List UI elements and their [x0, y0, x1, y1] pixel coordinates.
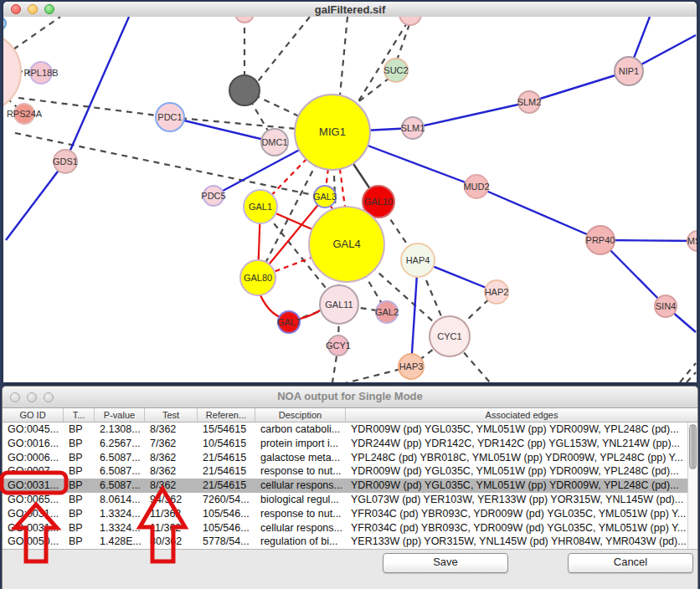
node-label-HAP2: HAP2 — [485, 287, 509, 297]
node-label-GAL4: GAL4 — [332, 238, 360, 250]
cell-edges: YPL248C (pd) YBR018C, YML051W (pp) YDR00… — [346, 451, 697, 465]
cell-reference: 10/54615 — [198, 437, 255, 451]
node-label-GAL3: GAL3 — [313, 192, 337, 202]
cell-test: 94/362 — [145, 493, 198, 507]
graph-edge-dash[interactable] — [680, 363, 696, 382]
node-label-HAP4: HAP4 — [406, 255, 430, 265]
save-button[interactable]: Save — [383, 553, 508, 573]
cell-go_id: GO:0031... — [3, 521, 64, 535]
table-row[interactable]: GO:0031...BP1.3324...11/362105/546...res… — [3, 507, 697, 521]
cell-test: 8/362 — [145, 479, 198, 493]
cell-type: BP — [64, 423, 95, 437]
node-label-MIG1: MIG1 — [319, 125, 346, 138]
noa-window-titlebar[interactable]: NOA output for Single Mode — [3, 387, 697, 408]
cell-go_id: GO:0007... — [3, 464, 64, 479]
cell-test: 11/362 — [145, 521, 198, 535]
cell-edges: YDR009W (pd) YGL035C, YML051W (pp) YDR00… — [346, 479, 697, 493]
node-label-PDC5: PDC5 — [201, 191, 225, 201]
node-label-HAP3: HAP3 — [399, 361, 424, 371]
cell-test: 8/362 — [145, 464, 198, 479]
column-header-test[interactable]: Test — [145, 408, 198, 422]
column-header-description[interactable]: Desciption — [255, 408, 346, 422]
cell-p_value: 1.428E... — [95, 535, 145, 549]
cell-reference: 5778/54... — [198, 535, 255, 549]
graph-window-titlebar[interactable]: galFiltered.sif — [3, 2, 697, 18]
cell-reference: 21/54615 — [198, 451, 255, 465]
table-row[interactable]: GO:0007...BP6.5087...8/36221/54615respon… — [3, 464, 697, 479]
node-blue-sliver-node[interactable] — [3, 18, 6, 29]
node-label-DMC1: DMC1 — [261, 137, 287, 147]
column-header-reference[interactable]: Referen... — [198, 408, 255, 422]
graph-edge-dash[interactable] — [397, 24, 409, 60]
cell-go_id: GO:0006... — [3, 451, 64, 465]
cell-p_value: 2.1308... — [95, 423, 145, 437]
node-label-SLM2: SLM2 — [517, 97, 542, 107]
results-table: GO:0045...BP2.1308...8/36215/54615carbon… — [3, 423, 697, 550]
cell-type: BP — [64, 464, 95, 479]
table-row[interactable]: GO:0065...BP8.0614...94/3627260/54...bio… — [3, 493, 697, 507]
cell-reference: 15/54615 — [198, 423, 255, 437]
network-canvas[interactable]: RPL18BRPS24AGDS1PDC1PDC5MIG1DMC1SUC2SLM1… — [3, 17, 697, 382]
node-gray-node[interactable] — [229, 75, 260, 105]
cell-reference: 7260/54... — [198, 493, 255, 507]
node-label-MUD2: MUD2 — [463, 182, 489, 192]
cell-p_value: 6.5087... — [95, 464, 145, 479]
graph-window-title: galFiltered.sif — [3, 3, 697, 17]
cell-type: BP — [64, 451, 95, 465]
node-label-SIN4: SIN4 — [656, 301, 676, 311]
cell-edges: YDR009W (pd) YGL035C, YML051W (pp) YDR00… — [346, 423, 697, 437]
cell-reference: 21/54615 — [198, 464, 255, 479]
graph-edge-pp[interactable] — [65, 17, 129, 161]
cell-description: cellular respons... — [255, 521, 346, 535]
cell-description: regulation of bi... — [255, 535, 346, 549]
graph-edge-dash[interactable] — [13, 17, 60, 49]
cell-test: 8/362 — [145, 423, 198, 437]
cancel-button[interactable]: Cancel — [568, 553, 693, 573]
cell-description: galactose meta... — [255, 451, 346, 465]
graph-window: galFiltered.sif RPL18BRPS24AGDS1PDC1PDC5… — [3, 2, 697, 382]
cell-go_id: GO:0050... — [3, 535, 64, 549]
table-row[interactable]: GO:0050...BP1.428E...80/3625778/54...reg… — [3, 535, 697, 549]
node-label-GAL2: GAL2 — [375, 307, 399, 317]
graph-edge-pp[interactable] — [170, 117, 275, 142]
graph-edge-pp[interactable] — [413, 102, 529, 128]
table-row[interactable]: GO:0031...BP6.5087...8/36221/54615cellul… — [3, 479, 697, 493]
cell-description: biological regul... — [255, 493, 346, 507]
cell-description: response to nut... — [255, 464, 346, 479]
column-header-go_id[interactable]: GO ID — [3, 408, 64, 422]
node-label-GAL1: GAL1 — [249, 202, 272, 212]
cell-reference: 21/54615 — [198, 479, 255, 493]
cell-test: 8/362 — [145, 451, 198, 465]
graph-edge-dash[interactable] — [340, 17, 347, 95]
table-row[interactable]: GO:0031...BP1.3324...11/362105/546...cel… — [3, 521, 697, 535]
cell-edges: YFR034C (pd) YBR093C, YDR009W (pd) YGL03… — [346, 521, 697, 535]
graph-edge-dash[interactable] — [359, 79, 389, 101]
graph-edge-dash[interactable] — [255, 17, 310, 85]
column-header-edges[interactable]: Associated edges — [346, 408, 697, 422]
cell-go_id: GO:0031... — [3, 479, 64, 493]
table-row[interactable]: GO:0006...BP6.5087...8/36221/54615galact… — [3, 451, 697, 465]
graph-edge-pp[interactable] — [6, 161, 65, 240]
node-label-SLM1: SLM1 — [401, 123, 425, 133]
node-big-pink-node[interactable] — [3, 32, 21, 112]
column-header-type[interactable]: T... — [64, 408, 95, 422]
graph-edge-pp[interactable] — [476, 187, 600, 240]
scrollbar-thumb[interactable] — [689, 424, 697, 469]
cell-go_id: GO:0045... — [3, 423, 64, 437]
node-label-GAL11: GAL11 — [325, 300, 353, 310]
cell-edges: YDR009W (pd) YGL035C, YML051W (pp) YDR00… — [346, 464, 697, 479]
cell-p_value: 8.0614... — [95, 493, 145, 507]
node-label-MSN: MSN — [687, 236, 697, 246]
node-top-node-b[interactable] — [399, 17, 421, 25]
vertical-scrollbar[interactable] — [687, 423, 697, 549]
node-label-GAL80: GAL80 — [244, 273, 272, 283]
node-top-node-a[interactable] — [235, 17, 254, 23]
table-row[interactable]: GO:0045...BP2.1308...8/36215/54615carbon… — [3, 423, 697, 437]
cell-reference: 105/546... — [198, 521, 255, 535]
table-row[interactable]: GO:0016...BP6.2567...7/36210/54615protei… — [3, 437, 697, 451]
cell-type: BP — [64, 521, 95, 535]
graph-edge-pp[interactable] — [529, 71, 629, 102]
column-header-p_value[interactable]: P-value — [95, 408, 145, 422]
cell-p_value: 6.5087... — [95, 479, 145, 493]
cell-go_id: GO:0065... — [3, 493, 64, 507]
